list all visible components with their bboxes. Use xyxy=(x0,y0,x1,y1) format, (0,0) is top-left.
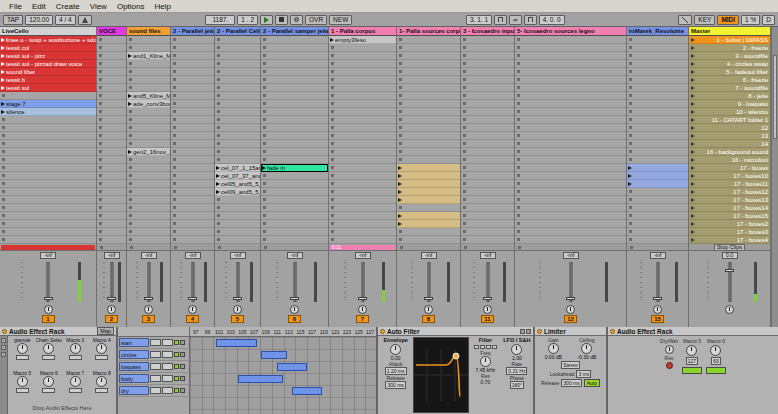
empty-clip-slot[interactable] xyxy=(0,212,96,220)
clip-stop-row[interactable]: Stop Clips xyxy=(689,244,770,251)
chain-zone-bar[interactable] xyxy=(277,363,307,371)
macro-value[interactable]: 63 xyxy=(711,357,721,365)
empty-clip-slot[interactable] xyxy=(461,140,514,148)
device-title-bar[interactable]: Auto Filter xyxy=(378,327,533,336)
pan-knob[interactable] xyxy=(233,305,242,314)
empty-clip-slot[interactable] xyxy=(97,84,126,92)
scene-slot[interactable]: 17 - boxes xyxy=(689,164,770,172)
empty-clip-slot[interactable] xyxy=(261,132,328,140)
empty-clip-slot[interactable] xyxy=(97,100,126,108)
empty-clip-slot[interactable] xyxy=(127,68,170,76)
chain-zone-bar[interactable] xyxy=(238,375,283,383)
scene-slot[interactable]: 12 xyxy=(689,124,770,132)
empty-clip-slot[interactable] xyxy=(627,220,688,228)
empty-clip-slot[interactable] xyxy=(171,132,214,140)
pan-knob[interactable] xyxy=(483,305,492,314)
empty-clip-slot[interactable] xyxy=(461,44,514,52)
empty-clip-slot[interactable] xyxy=(97,212,126,220)
empty-clip-slot[interactable] xyxy=(515,100,626,108)
chain-min-value[interactable] xyxy=(150,339,161,346)
volume-fader[interactable] xyxy=(361,262,364,302)
empty-clip-slot[interactable] xyxy=(397,140,460,148)
empty-clip-slot[interactable] xyxy=(127,116,170,124)
chain-solo[interactable] xyxy=(180,352,185,357)
scene-slot[interactable]: 4 - circles swap xyxy=(689,60,770,68)
empty-clip-slot[interactable] xyxy=(627,140,688,148)
empty-clip-slot[interactable] xyxy=(329,228,396,236)
chain-max-value[interactable] xyxy=(162,339,173,346)
macro-knob[interactable] xyxy=(43,343,54,354)
clip-slot[interactable] xyxy=(627,164,688,172)
empty-clip-slot[interactable] xyxy=(261,108,328,116)
draw-mode-button[interactable] xyxy=(678,15,692,25)
clip-stop-row[interactable] xyxy=(261,244,328,251)
empty-clip-slot[interactable] xyxy=(171,116,214,124)
save-preset-icon[interactable] xyxy=(526,329,531,334)
empty-clip-slot[interactable] xyxy=(215,108,260,116)
empty-clip-slot[interactable] xyxy=(397,236,460,244)
vertical-scrollbar[interactable] xyxy=(771,27,778,327)
empty-clip-slot[interactable] xyxy=(515,180,626,188)
clip-slot[interactable]: tessit sul - pizzad draw voice xyxy=(0,60,96,68)
clip-slot[interactable]: tessit sul xyxy=(0,84,96,92)
track-header[interactable]: 2 - Parallel jeite xyxy=(171,27,214,36)
empty-clip-slot[interactable] xyxy=(127,60,170,68)
track-activator[interactable]: 8 xyxy=(422,315,435,323)
pan-knob[interactable] xyxy=(358,305,367,314)
track-activator[interactable]: 15 xyxy=(651,315,664,323)
menu-item-options[interactable]: Options xyxy=(112,2,150,11)
track-activator[interactable]: 6 xyxy=(288,315,301,323)
empty-clip-slot[interactable] xyxy=(171,60,214,68)
empty-clip-slot[interactable] xyxy=(127,236,170,244)
scene-slot[interactable]: 6 - freeze xyxy=(689,76,770,84)
empty-clip-slot[interactable] xyxy=(515,92,626,100)
empty-clip-slot[interactable] xyxy=(515,60,626,68)
empty-clip-slot[interactable] xyxy=(515,132,626,140)
empty-clip-slot[interactable] xyxy=(127,132,170,140)
empty-clip-slot[interactable] xyxy=(0,116,96,124)
empty-clip-slot[interactable] xyxy=(627,36,688,44)
empty-clip-slot[interactable] xyxy=(171,236,214,244)
clip-slot[interactable] xyxy=(397,196,460,204)
punch-in-button[interactable] xyxy=(494,15,507,25)
empty-clip-slot[interactable] xyxy=(215,156,260,164)
volume-fader[interactable] xyxy=(656,262,659,302)
clip-slot[interactable] xyxy=(397,212,460,220)
rack-chain-row[interactable]: body xyxy=(118,373,189,385)
empty-clip-slot[interactable] xyxy=(627,196,688,204)
empty-clip-slot[interactable] xyxy=(127,156,170,164)
pan-knob[interactable] xyxy=(566,305,575,314)
empty-clip-slot[interactable] xyxy=(461,52,514,60)
chain-solo[interactable] xyxy=(180,364,185,369)
chain-min-value[interactable] xyxy=(150,387,161,394)
pan-knob[interactable] xyxy=(424,305,433,314)
empty-clip-slot[interactable] xyxy=(215,68,260,76)
empty-clip-slot[interactable] xyxy=(515,108,626,116)
empty-clip-slot[interactable] xyxy=(515,116,626,124)
empty-clip-slot[interactable] xyxy=(515,140,626,148)
empty-clip-slot[interactable] xyxy=(171,172,214,180)
menu-item-view[interactable]: View xyxy=(85,2,112,11)
volume-fader[interactable] xyxy=(293,262,296,302)
empty-clip-slot[interactable] xyxy=(397,228,460,236)
clip-stop-row[interactable] xyxy=(461,244,514,251)
empty-clip-slot[interactable] xyxy=(97,228,126,236)
empty-clip-slot[interactable] xyxy=(515,172,626,180)
scene-slot[interactable]: 8 - jeite xyxy=(689,92,770,100)
scene-slot[interactable]: 17 - boxes14 xyxy=(689,204,770,212)
clip-slot[interactable] xyxy=(397,220,460,228)
empty-clip-slot[interactable] xyxy=(515,76,626,84)
scene-slot[interactable]: 17 - boxes12 xyxy=(689,188,770,196)
empty-clip-slot[interactable] xyxy=(261,236,328,244)
volume-value[interactable]: -inf xyxy=(40,252,56,259)
empty-clip-slot[interactable] xyxy=(515,204,626,212)
device-title-bar[interactable]: Audio Effect Rack Map xyxy=(0,327,116,336)
empty-clip-slot[interactable] xyxy=(215,212,260,220)
empty-clip-slot[interactable] xyxy=(461,228,514,236)
rack-chain-row[interactable]: circles xyxy=(118,349,189,361)
chain-activator[interactable] xyxy=(174,388,179,393)
empty-clip-slot[interactable] xyxy=(461,76,514,84)
empty-clip-slot[interactable] xyxy=(171,204,214,212)
empty-clip-slot[interactable] xyxy=(397,76,460,84)
empty-clip-slot[interactable] xyxy=(261,140,328,148)
